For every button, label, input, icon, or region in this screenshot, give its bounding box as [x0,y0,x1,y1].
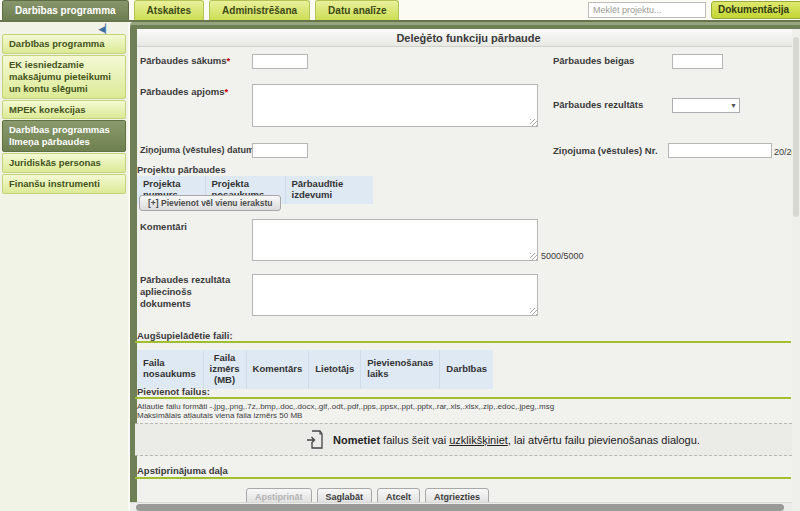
parbaudes-apjoms-textarea[interactable] [252,84,538,127]
parbaudes-apjoms-label: Pārbaudes apjoms* [140,86,228,98]
col-darbibas[interactable]: Darbības [440,350,493,389]
komentari-label: Komentāri [140,221,187,233]
parbaudes-beigas-label: Pārbaudes beigas [553,55,634,67]
resize-grip-icon[interactable] [530,119,537,126]
file-dropzone[interactable]: Nometiet failus šeit vai uzklikšķiniet, … [135,423,792,456]
zinojuma-nr-label: Ziņojuma (vēstules) Nr. [553,145,658,157]
main-tabs: Darbības programma Atskaites Administrēš… [2,0,399,20]
sidebar-item-juridiskas-personas[interactable]: Juridiskās personas [2,153,126,173]
horizontal-scrollbar[interactable] [130,502,800,511]
chevron-down-icon: ▼ [730,102,737,109]
parbaudes-apjoms-label-text: Pārbaudes apjoms [140,86,224,97]
resize-grip-icon[interactable] [530,308,537,315]
tab-darbibas-programma[interactable]: Darbības programma [2,0,129,20]
sidebar-item-darbibas-programma[interactable]: Darbības programma [2,34,126,54]
dropzone-text-suffix: , lai atvērtu failu pievienošanas dialog… [508,434,700,446]
required-marker: * [224,86,228,97]
panel-border-sheen [130,22,800,25]
dropzone-text-bold: Nometiet [333,434,380,446]
add-record-button[interactable]: [+] Pievienot vēl vienu ierakstu [139,195,281,211]
zinojuma-datums-input[interactable] [252,143,308,158]
komentari-textarea[interactable] [252,219,538,261]
apliecinoss-dokuments-textarea[interactable] [252,274,538,316]
max-size-text: Maksimālais atļautais viena faila izmērs… [137,411,302,420]
col-lietotajs[interactable]: Lietotājs [309,350,361,389]
vertical-scrollbar-thumb[interactable] [793,37,799,217]
col-parbauditie-izdevumi[interactable]: Pārbaudītie izdevumi [285,176,373,204]
dropzone-text-middle: failus šeit vai [380,434,449,446]
dropzone-click-link[interactable]: uzklikšķiniet [449,434,508,446]
allowed-formats-text: Atļautie failu formāti -.jpg,.png,.7z,.b… [137,402,554,411]
dropzone-content: Nometiet failus šeit vai uzklikšķiniet, … [307,430,700,450]
sidebar: ◀▏ Darbības programma EK iesniedzamie ma… [0,22,128,511]
vertical-scrollbar[interactable] [792,29,800,511]
file-import-icon [307,430,323,450]
col-pievienosanas-laiks[interactable]: Pievienošanas laiks [361,350,440,389]
uploaded-files-title: Augšupielādētie faili: [137,330,233,341]
sidebar-collapse-icon[interactable]: ◀▏ [98,25,112,34]
apliecinoss-dokuments-label: Pārbaudes rezultāta apliecinošs dokument… [140,274,242,310]
tab-administresana[interactable]: Administrēšana [209,0,310,20]
page-title: Deleģēto funkciju pārbaude [137,29,800,47]
section-divider [135,341,791,343]
parbaudes-sakums-label: Pārbaudes sākums* [140,55,230,67]
add-files-title: Pievienot failus: [137,386,210,397]
tab-atskaites[interactable]: Atskaites [134,0,204,20]
col-faila-izmers[interactable]: Faila izmērs (MB) [203,350,246,389]
documentation-button[interactable]: Dokumentācija [711,1,800,19]
sidebar-item-mpek-korekcijas[interactable]: MPEK korekcijas [2,100,126,120]
top-navigation-bar: Darbības programma Atskaites Administrēš… [0,0,800,20]
uploaded-files-table: Faila nosaukums Faila izmērs (MB) Koment… [137,350,493,389]
sidebar-menu: Darbības programma EK iesniedzamie maksā… [2,34,126,195]
horizontal-scrollbar-thumb[interactable] [136,504,784,511]
section-divider [135,477,791,479]
tab-datu-analize[interactable]: Datu analīze [315,0,399,20]
col-komentars[interactable]: Komentārs [246,350,309,389]
parbaudes-rezultats-select[interactable]: ▼ [672,98,740,113]
confirmation-section-title: Apstiprinājuma daļa [137,465,228,476]
section-divider [135,397,791,399]
parbaudes-sakums-label-text: Pārbaudes sākums [140,55,227,66]
parbaudes-sakums-input[interactable] [252,54,308,69]
search-input[interactable] [588,2,706,18]
resize-grip-icon[interactable] [530,253,537,260]
app-window: Darbības programma Atskaites Administrēš… [0,0,800,511]
sidebar-item-limena-parbaudes[interactable]: Darbības programmas līmeņa pārbaudes [2,120,126,152]
zinojuma-datums-label: Ziņojuma (vēstules) datums [140,145,259,156]
col-faila-nosaukums[interactable]: Faila nosaukums [137,350,203,389]
zinojuma-nr-input[interactable] [668,143,772,158]
sidebar-item-ek-iesniedzamie[interactable]: EK iesniedzamie maksājumu pieteikumi un … [2,55,126,99]
parbaudes-beigas-input[interactable] [672,54,723,69]
parbaudes-rezultats-label: Pārbaudes rezultāts [553,99,643,111]
sidebar-item-finansu-instrumenti[interactable]: Finanšu instrumenti [2,174,126,194]
komentari-counter: 5000/5000 [541,251,584,261]
dropzone-text: Nometiet failus šeit vai uzklikšķiniet, … [333,434,700,446]
projektu-parbaudes-title: Projektu pārbaudes [137,164,226,175]
required-marker: * [227,55,231,66]
